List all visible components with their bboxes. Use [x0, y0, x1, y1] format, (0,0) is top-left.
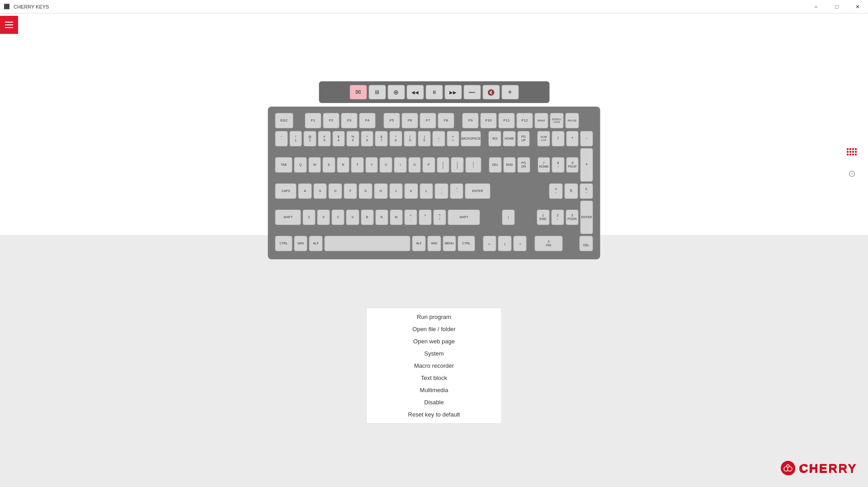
- key-9[interactable]: (9: [404, 131, 416, 146]
- media-key-mute[interactable]: 🔇: [482, 85, 500, 99]
- key-1[interactable]: !1: [289, 131, 302, 146]
- key-f1[interactable]: F1: [305, 113, 321, 128]
- key-s[interactable]: S: [313, 183, 327, 199]
- key-num-enter[interactable]: ENTER: [580, 201, 593, 234]
- key-num1[interactable]: 1END: [537, 210, 549, 225]
- key-5[interactable]: %5: [347, 131, 359, 146]
- key-quote[interactable]: "': [450, 183, 463, 199]
- key-lalt[interactable]: ALT: [309, 236, 323, 251]
- key-minus[interactable]: _-: [432, 131, 445, 146]
- key-num-slash[interactable]: /: [552, 131, 565, 146]
- key-rctrl[interactable]: CTRL: [458, 236, 475, 251]
- key-esc[interactable]: ESC: [275, 113, 293, 128]
- key-a[interactable]: A: [298, 183, 312, 199]
- key-arrow-right[interactable]: →: [513, 236, 527, 251]
- key-enter[interactable]: ENTER: [465, 183, 490, 199]
- key-p[interactable]: P: [423, 157, 435, 173]
- key-num0[interactable]: 0INS: [535, 236, 563, 251]
- key-g[interactable]: G: [359, 183, 373, 199]
- maximize-button[interactable]: □: [826, 0, 847, 14]
- key-f3[interactable]: F3: [341, 113, 358, 128]
- menu-item-macro[interactable]: Macro recorder: [367, 360, 501, 372]
- key-num7[interactable]: 7HOME: [538, 157, 550, 173]
- key-rbracket[interactable]: }]: [451, 157, 464, 173]
- media-key-calc[interactable]: ⊞: [368, 85, 386, 99]
- key-f2[interactable]: F2: [323, 113, 340, 128]
- key-num-minus[interactable]: -: [580, 131, 593, 146]
- key-o[interactable]: O: [408, 157, 421, 173]
- key-num2[interactable]: 2↓: [551, 210, 564, 225]
- key-f9[interactable]: F9: [462, 113, 479, 128]
- key-num-dot[interactable]: .DEL: [580, 236, 593, 251]
- key-j[interactable]: J: [389, 183, 403, 199]
- media-key-prev[interactable]: ◀◀: [406, 85, 424, 99]
- key-arrow-up[interactable]: ↑: [502, 210, 514, 225]
- key-k[interactable]: K: [405, 183, 418, 199]
- menu-item-open-file[interactable]: Open file / folder: [367, 323, 501, 335]
- key-del[interactable]: DEL: [489, 157, 501, 173]
- key-rwin[interactable]: WIN: [427, 236, 441, 251]
- key-l[interactable]: L: [420, 183, 433, 199]
- key-num5[interactable]: 5: [565, 183, 578, 199]
- key-f10[interactable]: F10: [481, 113, 497, 128]
- menu-item-open-web[interactable]: Open web page: [367, 335, 501, 347]
- close-button[interactable]: ✕: [847, 0, 868, 14]
- key-print[interactable]: PRINT: [535, 113, 548, 128]
- key-f7[interactable]: F7: [420, 113, 436, 128]
- key-4[interactable]: $4: [332, 131, 345, 146]
- key-f6[interactable]: F6: [402, 113, 418, 128]
- menu-item-text-block[interactable]: Text block: [367, 372, 501, 384]
- key-i[interactable]: I: [394, 157, 407, 173]
- key-slash[interactable]: ?/: [433, 210, 446, 225]
- key-h[interactable]: H: [374, 183, 388, 199]
- key-f8[interactable]: F8: [438, 113, 454, 128]
- key-period[interactable]: >.: [419, 210, 431, 225]
- key-6[interactable]: ^6: [361, 131, 373, 146]
- key-c[interactable]: C: [332, 210, 344, 225]
- key-x[interactable]: X: [317, 210, 330, 225]
- key-7[interactable]: &7: [375, 131, 388, 146]
- media-key-web[interactable]: ⊕: [387, 85, 405, 99]
- key-comma[interactable]: <,: [404, 210, 417, 225]
- key-n[interactable]: N: [375, 210, 388, 225]
- key-d[interactable]: D: [329, 183, 342, 199]
- key-pgdn[interactable]: PGDN: [518, 157, 530, 173]
- key-num8[interactable]: 8↑: [552, 157, 565, 173]
- key-end[interactable]: END: [503, 157, 516, 173]
- key-u[interactable]: U: [380, 157, 392, 173]
- key-num3[interactable]: 3PGDN: [566, 210, 578, 225]
- key-f5[interactable]: F5: [384, 113, 400, 128]
- menu-button[interactable]: [0, 16, 18, 34]
- key-home[interactable]: HOME: [503, 131, 516, 146]
- media-key-email[interactable]: ✉: [349, 85, 367, 99]
- key-f11[interactable]: F11: [499, 113, 515, 128]
- key-num-plus[interactable]: +: [580, 148, 593, 182]
- key-num-asterisk[interactable]: *: [566, 131, 579, 146]
- media-key-play[interactable]: ⏸: [425, 85, 443, 99]
- key-pause[interactable]: PAUSE: [566, 113, 579, 128]
- key-menu[interactable]: MENU: [443, 236, 456, 251]
- key-lbracket[interactable]: {[: [437, 157, 449, 173]
- key-space[interactable]: [324, 236, 410, 251]
- key-pgup[interactable]: PGUP: [517, 131, 530, 146]
- key-m[interactable]: M: [390, 210, 402, 225]
- menu-item-multimedia[interactable]: Multimedia: [367, 384, 501, 396]
- key-arrow-left[interactable]: ←: [483, 236, 496, 251]
- key-scroll-lock[interactable]: SCROLLLOCK: [550, 113, 564, 128]
- key-r[interactable]: R: [337, 157, 349, 173]
- key-2[interactable]: @2: [304, 131, 316, 146]
- key-f12[interactable]: F12: [517, 113, 533, 128]
- key-q[interactable]: Q: [294, 157, 307, 173]
- key-z[interactable]: Z: [303, 210, 316, 225]
- key-b[interactable]: B: [361, 210, 373, 225]
- key-ins[interactable]: INS: [489, 131, 501, 146]
- media-key-next[interactable]: ▶▶: [444, 85, 462, 99]
- key-num9[interactable]: 9PGUP: [566, 157, 579, 173]
- key-lshift[interactable]: SHIFT: [275, 210, 301, 225]
- key-v[interactable]: V: [346, 210, 359, 225]
- key-f[interactable]: F: [344, 183, 357, 199]
- key-equals[interactable]: +=: [447, 131, 459, 146]
- key-num4[interactable]: 4←: [549, 183, 563, 199]
- key-ralt[interactable]: ALT: [412, 236, 426, 251]
- key-8[interactable]: *8: [390, 131, 402, 146]
